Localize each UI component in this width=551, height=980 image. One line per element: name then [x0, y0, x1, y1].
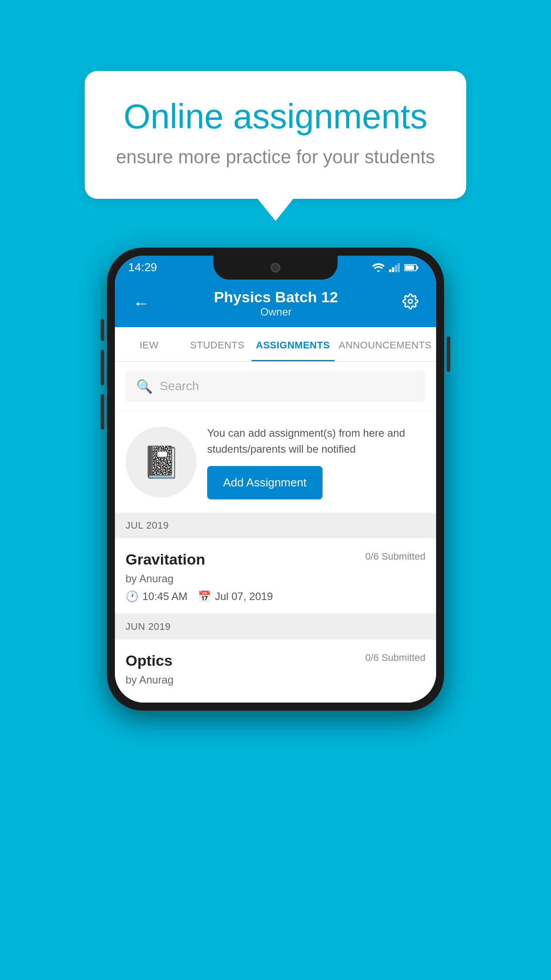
section-header-jul: JUL 2019 [115, 513, 436, 538]
assignment-title: Gravitation [126, 551, 205, 568]
date-detail: 📅 Jul 07, 2019 [198, 590, 273, 603]
assignment-author-optics: by Anurag [126, 674, 425, 686]
signal-icon [389, 263, 400, 272]
battery-icon [404, 264, 418, 272]
assignment-author: by Anurag [126, 573, 425, 585]
assignment-title-optics: Optics [126, 652, 173, 669]
svg-point-7 [408, 300, 412, 304]
svg-rect-3 [398, 263, 400, 272]
speech-bubble-title: Online assignments [116, 98, 435, 136]
info-card: 📓 You can add assignment(s) from here an… [115, 412, 436, 513]
search-icon: 🔍 [136, 379, 153, 394]
tab-overview[interactable]: IEW [115, 327, 183, 361]
notebook-icon: 📓 [142, 444, 181, 480]
tab-announcements[interactable]: ANNOUNCEMENTS [335, 327, 436, 361]
time-detail: 🕐 10:45 AM [126, 590, 187, 603]
calendar-icon: 📅 [198, 590, 211, 603]
speech-bubble-arrow [258, 199, 293, 221]
assignment-date: Jul 07, 2019 [215, 590, 273, 603]
phone-outer: 14:29 [107, 248, 444, 711]
status-icons [372, 263, 418, 272]
settings-button[interactable] [398, 289, 423, 317]
tabs-bar: IEW STUDENTS ASSIGNMENTS ANNOUNCEMENTS [115, 327, 436, 362]
power-button [447, 336, 450, 372]
assignment-submitted: 0/6 Submitted [365, 551, 425, 562]
app-bar-center: Physics Batch 12 Owner [214, 288, 338, 318]
tab-assignments[interactable]: ASSIGNMENTS [252, 327, 335, 361]
svg-rect-6 [405, 265, 414, 270]
camera [271, 263, 280, 273]
status-time: 14:29 [128, 261, 157, 274]
info-content: You can add assignment(s) from here and … [207, 425, 425, 499]
svg-rect-5 [417, 266, 418, 269]
phone-notch [213, 256, 338, 280]
app-bar-subtitle: Owner [214, 306, 338, 318]
assignment-details: 🕐 10:45 AM 📅 Jul 07, 2019 [126, 590, 425, 603]
assignment-time: 10:45 AM [142, 590, 187, 603]
search-container: 🔍 Search [115, 362, 436, 411]
clock-icon: 🕐 [126, 590, 139, 603]
svg-rect-1 [392, 267, 394, 272]
search-bar[interactable]: 🔍 Search [126, 371, 425, 402]
info-description: You can add assignment(s) from here and … [207, 425, 425, 457]
wifi-icon [372, 263, 385, 272]
phone-screen: 14:29 [115, 256, 436, 703]
speech-bubble-container: Online assignments ensure more practice … [85, 71, 466, 221]
volume-down-button [101, 394, 104, 430]
add-assignment-button[interactable]: Add Assignment [207, 466, 323, 499]
back-button[interactable]: ← [128, 289, 154, 317]
assignment-icon-circle: 📓 [126, 427, 197, 498]
assignment-top: Gravitation 0/6 Submitted [126, 551, 425, 568]
app-bar: ← Physics Batch 12 Owner [115, 280, 436, 327]
section-header-jun: JUN 2019 [115, 614, 436, 640]
svg-rect-0 [389, 269, 391, 272]
volume-up-button [101, 350, 104, 385]
phone-wrapper: 14:29 [107, 248, 444, 711]
assignment-submitted-optics: 0/6 Submitted [365, 652, 425, 664]
speech-bubble: Online assignments ensure more practice … [85, 71, 466, 199]
app-bar-title: Physics Batch 12 [214, 288, 338, 306]
assignment-top-optics: Optics 0/6 Submitted [126, 652, 425, 669]
assignment-item-optics[interactable]: Optics 0/6 Submitted by Anurag [115, 640, 436, 703]
volume-mute-button [101, 319, 104, 341]
speech-bubble-subtitle: ensure more practice for your students [116, 146, 435, 168]
search-placeholder: Search [160, 379, 199, 393]
tab-students[interactable]: STUDENTS [183, 327, 252, 361]
assignment-item-gravitation[interactable]: Gravitation 0/6 Submitted by Anurag 🕐 10… [115, 538, 436, 614]
svg-rect-2 [395, 265, 397, 272]
